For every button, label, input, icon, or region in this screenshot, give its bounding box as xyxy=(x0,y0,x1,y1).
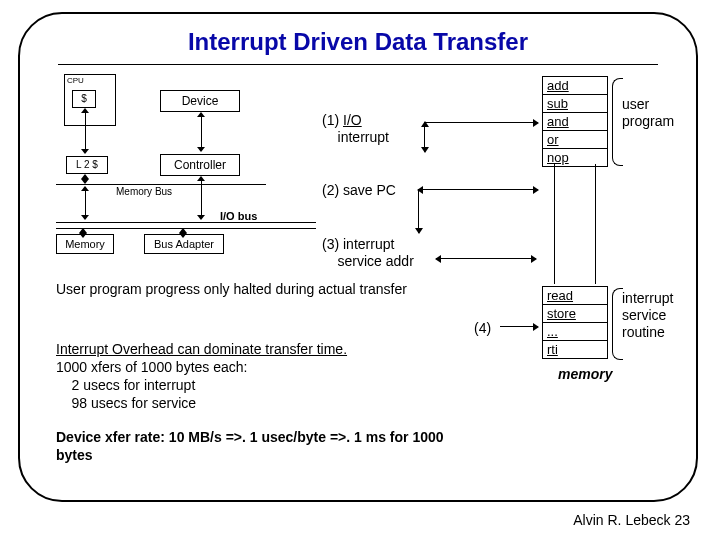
slide-footer: Alvin R. Lebeck 23 xyxy=(573,512,690,528)
overhead-line3: 2 usecs for interrupt xyxy=(56,377,195,393)
paragraph-rate: Device xfer rate: 10 MB/s =>. 1 usec/byt… xyxy=(56,428,476,464)
arrow-step2-v xyxy=(418,189,419,233)
step-2-label: (2) save PC xyxy=(322,182,396,199)
slide-title: Interrupt Driven Data Transfer xyxy=(20,28,696,56)
arrow-step1 xyxy=(424,122,538,123)
arrow-step4 xyxy=(500,326,538,327)
l1-cache-box: $ xyxy=(72,90,96,108)
step-3-label: (3) interrupt service addr xyxy=(322,236,414,270)
mem-row: read xyxy=(543,287,607,305)
arrow-step3 xyxy=(436,258,536,259)
overhead-line4: 98 usecs for service xyxy=(56,395,196,411)
step-1-io: I/O xyxy=(343,112,362,128)
connector-iobus-memory xyxy=(78,228,88,234)
slide-frame: Interrupt Driven Data Transfer CPU $ Dev… xyxy=(18,12,698,502)
mem-row: ... xyxy=(543,323,607,341)
mem-row: store xyxy=(543,305,607,323)
l2-cache-box: L 2 $ xyxy=(66,156,108,174)
overhead-line2: 1000 xfers of 1000 bytes each: xyxy=(56,359,247,375)
memory-bus-line xyxy=(56,184,266,185)
memory-word: memory xyxy=(558,366,612,382)
mem-row: rti xyxy=(543,341,607,358)
step-3-line1: (3) interrupt xyxy=(322,236,394,252)
mem-right-edge xyxy=(595,164,596,284)
mem-row: sub xyxy=(543,95,607,113)
step-1-label: (1) I/O interrupt xyxy=(322,112,389,146)
paragraph-halt: User program progress only halted during… xyxy=(56,280,456,298)
connector-cache-l2 xyxy=(80,108,90,154)
mem-row: add xyxy=(543,77,607,95)
io-bus-label: I/O bus xyxy=(220,210,257,222)
connector-iobus-adapter xyxy=(178,228,188,234)
step-4-label: (4) xyxy=(474,320,491,337)
overhead-line1: Interrupt Overhead can dominate transfer… xyxy=(56,341,347,357)
controller-box: Controller xyxy=(160,154,240,176)
arrow-step1-v xyxy=(424,122,425,152)
cpu-label: CPU xyxy=(67,76,84,85)
title-underline xyxy=(58,64,658,65)
connector-l2-membus xyxy=(80,174,90,184)
user-program-label: user program xyxy=(622,96,674,130)
paragraph-overhead: Interrupt Overhead can dominate transfer… xyxy=(56,340,456,412)
mem-row: and xyxy=(543,113,607,131)
step-3-line2: service addr xyxy=(338,253,414,269)
memory-user-program: add sub and or nop xyxy=(542,76,608,167)
memory-bus-label: Memory Bus xyxy=(116,186,172,197)
io-bus-line-top xyxy=(56,222,316,223)
mem-left-edge xyxy=(554,164,555,284)
mem-row: nop xyxy=(543,149,607,166)
connector-device-controller xyxy=(196,112,206,152)
step-1-num: (1) xyxy=(322,112,343,128)
isr-label: interrupt service routine xyxy=(622,290,673,341)
memory-isr: read store ... rti xyxy=(542,286,608,359)
arrow-step2 xyxy=(418,189,538,190)
device-box: Device xyxy=(160,90,240,112)
connector-membus-iobus xyxy=(80,186,90,220)
step-1-word: interrupt xyxy=(338,129,389,145)
mem-row: or xyxy=(543,131,607,149)
connector-controller-iobus xyxy=(196,176,206,220)
